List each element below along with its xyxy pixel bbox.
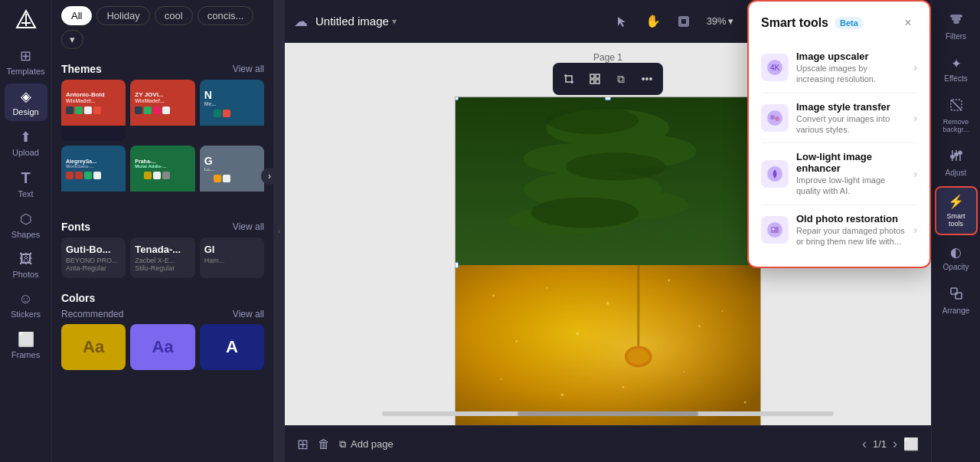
right-item-adjust[interactable]: Adjust xyxy=(935,143,978,183)
canvas-wrapper: ⧉ ••• xyxy=(455,97,761,425)
smart-tools-close-button[interactable]: × xyxy=(899,14,917,32)
beta-badge: Beta xyxy=(835,17,864,29)
theme-card-1[interactable]: Antonio-Bold WixMadef... xyxy=(61,80,126,141)
handle-top-mid[interactable] xyxy=(605,97,611,100)
right-item-remove-bg[interactable]: Remove backgr... xyxy=(935,92,978,139)
crop-button[interactable] xyxy=(557,67,580,90)
tag-more-button[interactable]: ▾ xyxy=(61,30,83,49)
canvas-image-frame[interactable] xyxy=(455,97,761,425)
add-icon: ⧉ xyxy=(339,438,346,451)
handle-left-mid[interactable] xyxy=(455,262,459,268)
selection-handles xyxy=(455,97,761,425)
grid-view-button[interactable]: ⊞ xyxy=(297,436,309,453)
fonts-section-header: Fonts View all xyxy=(52,215,273,238)
grid-button[interactable] xyxy=(583,67,606,90)
smart-tools-title-row: Smart tools Beta xyxy=(761,16,864,30)
cloud-icon: ☁ xyxy=(294,13,308,30)
left-nav-bar: ⊞ Templates ◈ Design ⬆ Upload T Text ⬡ S… xyxy=(0,0,52,462)
smart-tools-header: Smart tools Beta × xyxy=(761,14,917,32)
expand-button[interactable]: ⬜ xyxy=(903,437,919,451)
theme-card-5[interactable]: Praha-... Mulat Addis-... xyxy=(130,146,194,207)
right-item-filters[interactable]: Filters xyxy=(935,6,978,47)
photo-restoration-arrow-icon: › xyxy=(913,224,917,236)
smart-tool-style-transfer[interactable]: Image style transfer Convert your images… xyxy=(761,93,917,144)
tag-cool[interactable]: cool xyxy=(155,6,193,25)
font-sub1-1: BEYOND PRO... xyxy=(66,257,121,264)
right-item-opacity[interactable]: ◐ Opacity xyxy=(935,238,978,277)
right-item-effects[interactable]: ✦ Effects xyxy=(935,50,978,89)
font-sub1-3: Ham... xyxy=(204,257,260,264)
themes-scroll-right[interactable]: › xyxy=(261,168,274,185)
app-logo xyxy=(12,6,40,34)
right-item-smart-tools[interactable]: ⚡ Smart tools xyxy=(935,186,978,235)
sidebar-item-frames[interactable]: ⬜ Frames xyxy=(5,326,47,364)
templates-icon: ⊞ xyxy=(20,48,31,64)
svg-rect-7 xyxy=(590,74,594,78)
color-card-3[interactable]: A xyxy=(200,324,264,370)
sidebar-item-photos[interactable]: 🖼 Photos xyxy=(5,247,47,283)
tag-concise[interactable]: concis... xyxy=(198,6,254,25)
sidebar-item-stickers[interactable]: ☺ Stickers xyxy=(5,287,47,323)
svg-point-55 xyxy=(770,115,775,120)
more-button[interactable]: ••• xyxy=(635,67,658,90)
horizontal-scrollbar[interactable] xyxy=(382,411,835,416)
prev-page-button[interactable]: ‹ xyxy=(862,436,867,452)
fonts-view-all[interactable]: View all xyxy=(233,221,264,232)
hand-tool-button[interactable]: ✋ xyxy=(639,8,667,35)
svg-point-60 xyxy=(773,228,775,231)
svg-rect-47 xyxy=(955,153,958,156)
delete-page-button[interactable]: 🗑 xyxy=(318,437,330,451)
page-label: Page 1 xyxy=(593,52,622,63)
theme-card-3[interactable]: N Me... xyxy=(200,80,264,141)
color-card-2[interactable]: Aa xyxy=(130,324,194,370)
theme-card-6[interactable]: G Lu... xyxy=(200,146,264,207)
font-card-2[interactable]: Tenada-... Zacbel X-E... Stilu-Regular xyxy=(130,238,194,278)
remove-bg-icon xyxy=(949,98,963,116)
color-card-1[interactable]: Aa xyxy=(61,324,126,370)
themes-grid-row2: AlegreySa... WorkSans-... Praha-... Mula… xyxy=(52,146,273,207)
colors-view-all[interactable]: View all xyxy=(233,309,264,319)
photo-restoration-text: Old photo restoration Repair your damage… xyxy=(796,213,906,247)
font-main-3: Gl xyxy=(204,244,260,255)
title-chevron-icon: ▾ xyxy=(392,16,397,27)
document-title[interactable]: Untitled image ▾ xyxy=(315,15,397,28)
svg-rect-41 xyxy=(952,18,960,20)
smart-tool-image-upscaler[interactable]: 4K Image upscaler Upscale images by incr… xyxy=(761,43,917,93)
theme-card-4[interactable]: AlegreySa... WorkSans-... xyxy=(61,146,126,207)
svg-rect-40 xyxy=(951,15,962,17)
panel-collapse-handle[interactable]: ‹ xyxy=(274,0,285,462)
right-item-arrange[interactable]: Arrange xyxy=(935,280,978,321)
handle-top-left[interactable] xyxy=(455,97,459,100)
sidebar-item-design[interactable]: ◈ Design xyxy=(5,84,47,121)
pointer-tool-button[interactable] xyxy=(609,8,636,35)
colors-title: Colors xyxy=(61,292,95,304)
tag-holiday[interactable]: Holiday xyxy=(96,6,149,25)
smart-tool-photo-restoration[interactable]: Old photo restoration Repair your damage… xyxy=(761,205,917,255)
sidebar-item-text[interactable]: T Text xyxy=(5,165,47,203)
themes-view-all[interactable]: View all xyxy=(233,64,264,74)
add-page-button[interactable]: ⧉ Add page xyxy=(339,438,394,451)
next-page-button[interactable]: › xyxy=(893,436,897,452)
scrollbar-thumb xyxy=(518,411,698,416)
font-card-3[interactable]: Gl Ham... xyxy=(200,238,264,278)
zoom-chevron-icon: ▾ xyxy=(728,15,733,27)
smart-tools-icon: ⚡ xyxy=(948,194,964,210)
copy-button[interactable]: ⧉ xyxy=(609,67,632,90)
theme-card-2[interactable]: ZY JOVI... WixMadef... xyxy=(130,80,194,141)
sidebar-item-templates[interactable]: ⊞ Templates xyxy=(5,43,47,80)
bottom-bar: ⊞ 🗑 ⧉ Add page ‹ 1/1 › ⬜ xyxy=(285,425,931,462)
font-card-1[interactable]: Guti-Bo... BEYOND PRO... Anta-Regular xyxy=(61,238,126,278)
smart-tools-title: Smart tools xyxy=(761,16,828,30)
tag-all[interactable]: All xyxy=(61,6,92,25)
left-design-panel: All Holiday cool concis... ▾ Themes View… xyxy=(52,0,274,462)
canvas-toolbar: ⧉ ••• xyxy=(553,63,663,95)
frames-icon: ⬜ xyxy=(18,331,34,348)
filters-icon xyxy=(949,12,963,30)
smart-tool-low-light[interactable]: Low-light image enhancer Improve low-lig… xyxy=(761,143,917,205)
recommended-header: Recommended View all xyxy=(52,309,273,324)
frame-tool-button[interactable] xyxy=(670,8,697,35)
zoom-control[interactable]: 39% ▾ xyxy=(701,8,740,35)
sidebar-item-shapes[interactable]: ⬡ Shapes xyxy=(5,206,47,244)
sidebar-item-upload[interactable]: ⬆ Upload xyxy=(5,124,47,162)
svg-rect-59 xyxy=(771,227,779,233)
